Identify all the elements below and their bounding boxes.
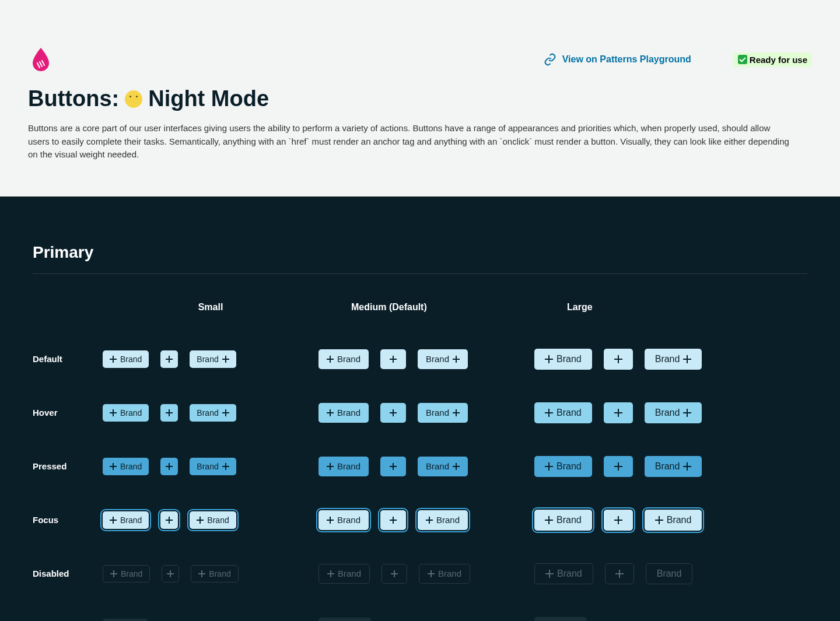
brand-button-icon-only xyxy=(162,565,179,583)
brand-button-icon-only[interactable] xyxy=(160,404,178,422)
brand-button-icon-only[interactable] xyxy=(604,510,633,531)
ready-badge: Ready for use xyxy=(733,52,812,67)
plus-icon xyxy=(327,517,334,524)
plus-icon xyxy=(110,517,117,524)
brand-button: Brand xyxy=(103,565,150,583)
plus-icon xyxy=(545,355,553,363)
brand-button-loading xyxy=(318,618,371,622)
col-header-small: Small xyxy=(103,302,318,313)
brand-button-icon-right[interactable]: Brand xyxy=(645,349,702,370)
brand-button-icon-only[interactable] xyxy=(380,510,406,530)
btn-label: Brand xyxy=(120,515,142,525)
plus-icon xyxy=(197,517,204,524)
brand-button-loading xyxy=(534,617,587,622)
check-icon xyxy=(738,55,747,64)
brand-button-icon-right[interactable]: Brand xyxy=(190,511,236,529)
brand-button-icon-only xyxy=(382,564,407,584)
brand-button-icon-only[interactable] xyxy=(380,403,406,423)
btn-group: Brand Brand xyxy=(534,563,750,584)
moon-face-icon xyxy=(125,90,142,108)
brand-button-icon-right[interactable]: Brand xyxy=(645,510,702,531)
brand-button-icon-only[interactable] xyxy=(160,458,178,475)
brand-button[interactable]: Brand xyxy=(103,511,149,529)
brand-button[interactable]: Brand xyxy=(318,349,369,369)
row-label-disabled: Disabled xyxy=(33,569,103,578)
brand-button-icon-right[interactable]: Brand xyxy=(645,456,702,477)
btn-label: Brand xyxy=(120,355,142,364)
plus-icon xyxy=(166,356,173,363)
btn-label: Brand xyxy=(438,569,461,578)
brand-button[interactable]: Brand xyxy=(103,404,149,422)
brand-button[interactable]: Brand xyxy=(103,458,149,475)
brand-button[interactable]: Brand xyxy=(534,456,592,477)
btn-group: Brand Brand xyxy=(318,564,534,584)
btn-label: Brand xyxy=(338,569,361,578)
btn-label: Brand xyxy=(426,461,449,471)
brand-button-icon-right[interactable]: Brand xyxy=(418,510,468,530)
brand-button[interactable]: Brand xyxy=(534,402,592,423)
brand-button-icon-only[interactable] xyxy=(604,456,633,477)
plus-icon xyxy=(545,462,553,471)
btn-label: Brand xyxy=(426,408,449,417)
header-actions: View on Patterns Playground Ready for us… xyxy=(544,52,812,67)
btn-label: Brand xyxy=(337,354,360,364)
btn-label: Brand xyxy=(655,354,680,364)
btn-label: Brand xyxy=(197,408,218,417)
plus-icon xyxy=(426,517,433,524)
btn-label: Brand xyxy=(197,462,218,471)
button-grid: Small Medium (Default) Large Default Bra… xyxy=(33,299,807,622)
grid-corner xyxy=(33,299,103,316)
btn-label: Brand xyxy=(197,355,218,364)
plus-icon xyxy=(110,463,117,470)
brand-button-icon-right[interactable]: Brand xyxy=(418,349,468,369)
plus-icon xyxy=(545,516,553,524)
brand-button[interactable]: Brand xyxy=(534,510,592,531)
btn-label: Brand xyxy=(120,408,142,417)
plus-icon xyxy=(428,570,435,577)
brand-button-icon-only[interactable] xyxy=(380,349,406,369)
plus-icon xyxy=(166,409,173,416)
brand-button-icon-only[interactable] xyxy=(604,349,633,370)
brand-button[interactable]: Brand xyxy=(103,350,149,368)
brand-button-icon-right[interactable]: Brand xyxy=(645,402,702,423)
brand-button[interactable]: Brand xyxy=(534,349,592,370)
playground-link[interactable]: View on Patterns Playground xyxy=(544,53,691,66)
brand-button-icon-only[interactable] xyxy=(380,457,406,476)
brand-button-icon-right[interactable]: Brand xyxy=(190,350,236,368)
brand-button-icon-right: Brand xyxy=(419,564,470,584)
plus-icon xyxy=(453,409,460,416)
section-divider xyxy=(33,273,807,274)
btn-label: Brand xyxy=(121,569,142,578)
btn-group xyxy=(534,617,750,622)
btn-group: Brand Brand xyxy=(534,510,750,531)
brand-button[interactable]: Brand xyxy=(318,510,369,530)
brand-button-icon-right[interactable]: Brand xyxy=(418,403,468,423)
btn-group: Brand Brand xyxy=(534,349,750,370)
brand-button-icon-right[interactable]: Brand xyxy=(190,458,236,475)
brand-button-icon-right: Brand xyxy=(646,563,693,584)
col-header-large: Large xyxy=(534,302,750,313)
col-header-medium: Medium (Default) xyxy=(318,302,534,313)
btn-group: Brand Brand xyxy=(534,402,750,423)
brand-button-icon-right[interactable]: Brand xyxy=(418,457,468,476)
ready-badge-label: Ready for use xyxy=(750,55,807,65)
btn-label: Brand xyxy=(657,569,682,579)
page-description: Buttons are a core part of our user inte… xyxy=(28,122,792,162)
title-suffix: Night Mode xyxy=(148,86,269,111)
brand-button-icon-only[interactable] xyxy=(160,350,178,368)
header-section: View on Patterns Playground Ready for us… xyxy=(0,0,840,197)
brand-button[interactable]: Brand xyxy=(318,403,369,423)
brand-button-icon-only[interactable] xyxy=(160,511,178,529)
section-title: Primary xyxy=(33,243,807,262)
brand-button[interactable]: Brand xyxy=(318,457,369,476)
plus-icon xyxy=(167,570,174,577)
plus-icon xyxy=(110,356,117,363)
plus-icon xyxy=(327,356,334,363)
btn-group: Brand Brand xyxy=(103,511,318,529)
header-top: View on Patterns Playground Ready for us… xyxy=(28,47,812,72)
plus-icon xyxy=(166,517,173,524)
btn-label: Brand xyxy=(436,515,460,525)
brand-button-icon-only[interactable] xyxy=(604,402,633,423)
brand-button-icon-right[interactable]: Brand xyxy=(190,404,236,422)
row-label-hover: Hover xyxy=(33,408,103,417)
